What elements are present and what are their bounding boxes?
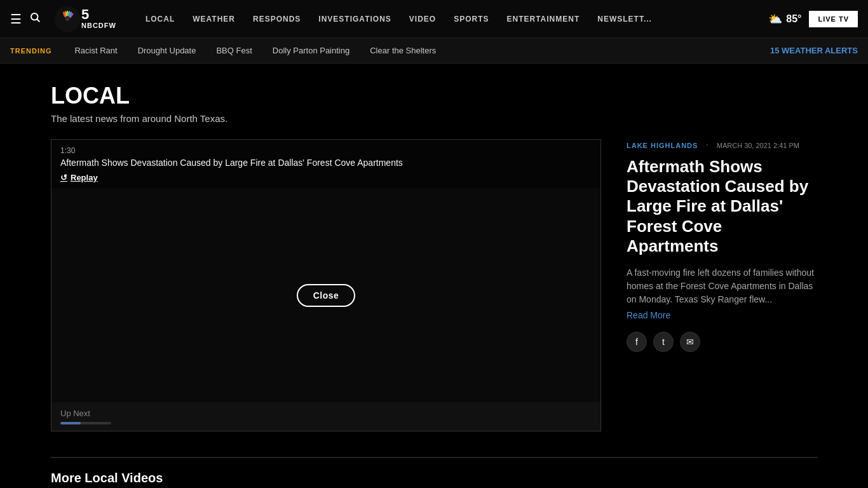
- logo-brand: NBCDFW: [81, 22, 116, 29]
- replay-icon: ↺: [60, 173, 67, 182]
- trending-link-bbq-fest[interactable]: BBQ Fest: [206, 46, 262, 55]
- more-videos-title: More Local Videos: [51, 471, 817, 485]
- trending-link-dolly-parton[interactable]: Dolly Parton Painting: [262, 46, 360, 55]
- trending-link-clear-shelters[interactable]: Clear the Shelters: [360, 46, 446, 55]
- trending-bar: TRENDING Racist Rant Drought Update BBQ …: [0, 38, 868, 64]
- nav-link-entertainment[interactable]: ENTERTAINMENT: [498, 0, 589, 38]
- nav-link-sports[interactable]: SPORTS: [445, 0, 498, 38]
- article-excerpt: A fast-moving fire left dozens of famili…: [627, 266, 817, 306]
- social-icons: f t ✉: [627, 332, 817, 352]
- video-bottom-bar: Up Next: [51, 402, 600, 431]
- facebook-icon: f: [635, 337, 638, 347]
- nav-links: LOCAL WEATHER RESPONDS INVESTIGATIONS VI…: [137, 0, 768, 38]
- email-icon: ✉: [686, 337, 694, 347]
- article-tag[interactable]: LAKE HIGHLANDS: [627, 142, 698, 149]
- page-content: LOCAL The latest news from around North …: [0, 64, 868, 488]
- video-dark-area: Close: [51, 188, 600, 402]
- video-title: Aftermath Shows Devastation Caused by La…: [60, 158, 592, 168]
- main-layout: 1:30 Aftermath Shows Devastation Caused …: [51, 139, 817, 431]
- nav-link-newsletter[interactable]: NEWSLETT...: [588, 0, 661, 38]
- trending-link-racist-rant[interactable]: Racist Rant: [64, 46, 127, 55]
- article-sidebar: LAKE HIGHLANDS · MARCH 30, 2021 2:41 PM …: [627, 139, 817, 352]
- page-subtitle: The latest news from around North Texas.: [51, 113, 817, 124]
- replay-label: Replay: [71, 173, 98, 182]
- read-more-link[interactable]: Read More: [627, 310, 817, 320]
- twitter-share-button[interactable]: t: [653, 332, 674, 352]
- live-tv-button[interactable]: LIVE TV: [809, 11, 858, 27]
- page-title: LOCAL: [51, 83, 817, 109]
- nav-link-local[interactable]: LOCAL: [137, 0, 184, 38]
- article-separator: ·: [706, 139, 709, 150]
- close-video-button[interactable]: Close: [297, 284, 356, 307]
- logo-number: 5: [81, 8, 116, 22]
- trending-label: TRENDING: [10, 47, 51, 55]
- search-button[interactable]: [29, 11, 41, 26]
- weather-alerts-badge[interactable]: 15 WEATHER ALERTS: [770, 46, 858, 55]
- top-navigation: ☰ 5 NBCDFW LOCAL WEATHER RESPONDS INVEST…: [0, 0, 868, 38]
- search-icon: [29, 11, 41, 23]
- video-progress-bar[interactable]: [60, 422, 111, 424]
- nav-link-investigations[interactable]: INVESTIGATIONS: [309, 0, 400, 38]
- svg-line-1: [37, 19, 39, 21]
- up-next-label: Up Next: [60, 409, 592, 418]
- nav-link-weather[interactable]: WEATHER: [184, 0, 244, 38]
- article-date: MARCH 30, 2021 2:41 PM: [717, 142, 799, 149]
- svg-point-10: [65, 17, 69, 21]
- twitter-icon: t: [662, 337, 665, 347]
- article-meta: LAKE HIGHLANDS · MARCH 30, 2021 2:41 PM: [627, 139, 817, 151]
- video-timestamp: 1:30: [60, 146, 592, 155]
- replay-button[interactable]: ↺ Replay: [60, 173, 98, 182]
- site-logo[interactable]: 5 NBCDFW: [53, 5, 116, 33]
- video-player-container: 1:30 Aftermath Shows Devastation Caused …: [51, 139, 601, 431]
- email-share-button[interactable]: ✉: [680, 332, 700, 352]
- nav-right-section: ⛅ 85° LIVE TV: [768, 11, 858, 27]
- nbc-peacock-logo: [53, 5, 81, 33]
- facebook-share-button[interactable]: f: [627, 332, 647, 352]
- nav-link-responds[interactable]: RESPONDS: [244, 0, 309, 38]
- hamburger-menu-button[interactable]: ☰: [10, 11, 22, 27]
- weather-info: ⛅ 85°: [768, 12, 801, 26]
- nav-link-video[interactable]: VIDEO: [400, 0, 445, 38]
- trending-link-drought-update[interactable]: Drought Update: [128, 46, 207, 55]
- article-headline: Aftermath Shows Devastation Caused by La…: [627, 157, 817, 256]
- weather-icon: ⛅: [768, 12, 782, 26]
- trending-links: Racist Rant Drought Update BBQ Fest Doll…: [64, 46, 770, 55]
- progress-bar-fill: [60, 422, 81, 424]
- more-videos-section: More Local Videos: [51, 457, 817, 485]
- video-top-bar: 1:30 Aftermath Shows Devastation Caused …: [51, 140, 600, 188]
- temperature-display: 85°: [786, 13, 801, 25]
